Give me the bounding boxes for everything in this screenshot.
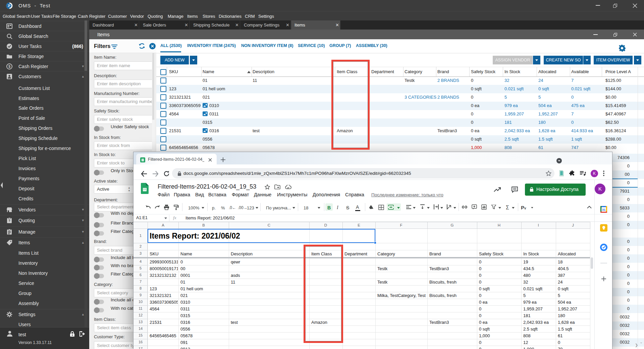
svg-text:?: ? — [8, 219, 10, 222]
svg-text:$: $ — [8, 64, 10, 68]
svg-text:31: 31 — [602, 208, 606, 211]
